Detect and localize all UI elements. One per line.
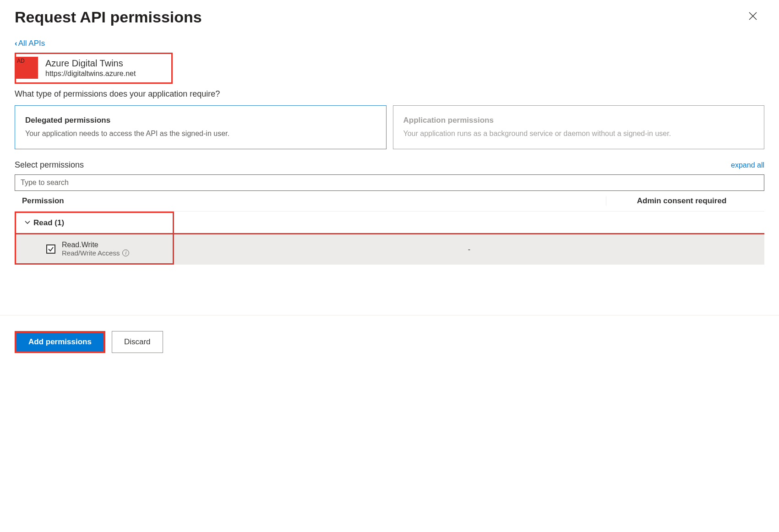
- delegated-card-desc: Your application needs to access the API…: [25, 129, 376, 139]
- permission-desc: Read/Write Access: [62, 249, 120, 257]
- admin-consent-value: -: [174, 234, 764, 265]
- application-card-desc: Your application runs as a background se…: [403, 129, 754, 139]
- info-icon[interactable]: i: [122, 250, 129, 256]
- application-permissions-card[interactable]: Application permissions Your application…: [393, 105, 765, 149]
- discard-button[interactable]: Discard: [112, 331, 163, 353]
- select-permissions-label: Select permissions: [15, 160, 84, 170]
- search-input[interactable]: [15, 174, 764, 191]
- api-header-block: AD Azure Digital Twins https://digitaltw…: [15, 53, 173, 84]
- permission-name: Read.Write: [62, 241, 129, 249]
- api-icon: AD: [16, 57, 38, 79]
- permission-group-read[interactable]: Read (1): [16, 213, 173, 233]
- breadcrumb-label: All APIs: [18, 39, 45, 48]
- delegated-permissions-card[interactable]: Delegated permissions Your application n…: [15, 105, 387, 149]
- add-permissions-highlight: Add permissions: [15, 331, 105, 353]
- footer-bar: Add permissions Discard: [0, 315, 779, 369]
- permission-type-question: What type of permissions does your appli…: [15, 89, 764, 99]
- permission-item-row[interactable]: Read.Write Read/Write Access i: [16, 234, 173, 263]
- expand-all-link[interactable]: expand all: [731, 161, 764, 169]
- breadcrumb-all-apis[interactable]: ‹ All APIs: [15, 39, 45, 48]
- column-permission: Permission: [22, 196, 606, 206]
- permissions-table-header: Permission Admin consent required: [15, 191, 764, 212]
- chevron-down-icon: [24, 218, 31, 228]
- column-admin-consent: Admin consent required: [606, 196, 757, 206]
- application-card-title: Application permissions: [403, 116, 754, 125]
- permission-group-label: Read (1): [33, 218, 64, 228]
- page-title: Request API permissions: [15, 8, 202, 26]
- api-url: https://digitaltwins.azure.net: [45, 70, 136, 78]
- api-name: Azure Digital Twins: [45, 58, 136, 69]
- delegated-card-title: Delegated permissions: [25, 116, 376, 125]
- chevron-left-icon: ‹: [15, 39, 17, 48]
- permission-checkbox[interactable]: [46, 244, 55, 254]
- add-permissions-button[interactable]: Add permissions: [16, 333, 104, 351]
- close-icon[interactable]: [745, 8, 761, 26]
- highlighted-permission-block: Read (1): [15, 212, 174, 234]
